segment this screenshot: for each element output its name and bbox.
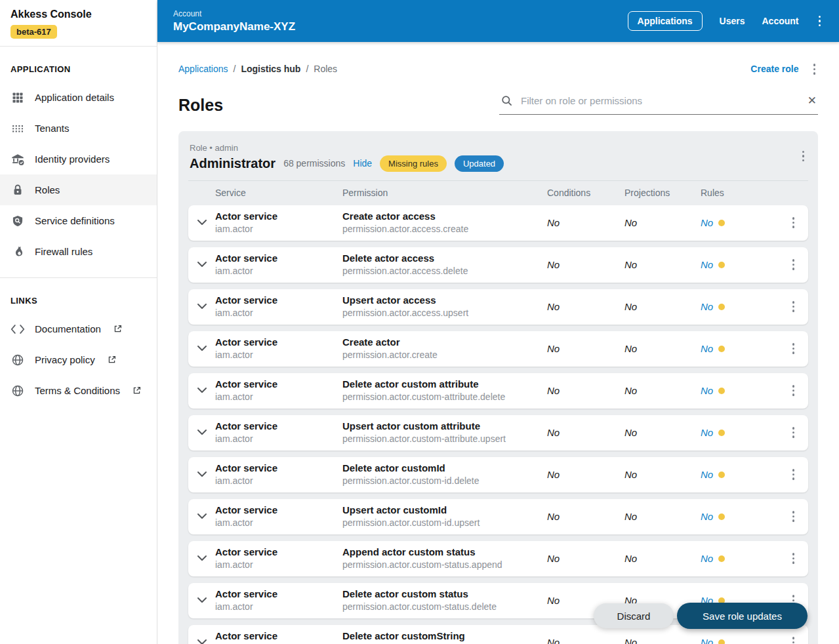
top-nav-users[interactable]: Users — [720, 16, 745, 26]
projections-value: No — [624, 427, 701, 438]
table-row: Actor service iam.actor Delete actor cus… — [188, 373, 808, 409]
row-kebab-menu[interactable] — [790, 340, 798, 357]
row-kebab-menu[interactable] — [790, 382, 798, 399]
rules-cell: No — [701, 427, 779, 438]
top-bar: Account MyCompanyName-XYZ Applications U… — [157, 0, 839, 42]
projections-value: No — [624, 343, 701, 354]
sidebar-link-terms-conditions[interactable]: Terms & Conditions — [0, 375, 157, 406]
sidebar-item-label: Identity providers — [35, 153, 110, 165]
account-block: Account MyCompanyName-XYZ — [173, 9, 295, 33]
account-label: Account — [173, 9, 295, 18]
permission-cell: Append actor custom status permission.ac… — [342, 546, 547, 571]
rules-warning-dot — [718, 346, 725, 352]
permission-cell: Delete actor access permission.actor.acc… — [342, 252, 547, 277]
save-role-updates-button[interactable]: Save role updates — [677, 603, 808, 629]
sidebar-link-privacy-policy[interactable]: Privacy policy — [0, 344, 157, 375]
sidebar-item-tenants[interactable]: Tenants — [0, 113, 157, 144]
page-kebab-menu[interactable] — [811, 61, 819, 77]
row-kebab-menu[interactable] — [790, 634, 798, 644]
service-code: iam.actor — [215, 391, 342, 403]
service-name: Actor service — [215, 294, 342, 307]
sidebar-item-identity-providers[interactable]: Identity providers — [0, 144, 157, 174]
permission-code: permission.actor.access.delete — [342, 265, 547, 277]
rules-value: No — [701, 469, 713, 480]
permission-cell: Delete actor customString permission.act… — [342, 630, 547, 644]
links-section-label: LINKS — [0, 278, 157, 313]
filter-input[interactable] — [521, 95, 800, 106]
permission-rows: Actor service iam.actor Create actor acc… — [188, 205, 808, 644]
create-role-button[interactable]: Create role — [750, 64, 798, 74]
row-kebab-menu[interactable] — [790, 424, 798, 441]
chevron-down-icon[interactable] — [188, 388, 215, 393]
external-link-icon — [133, 386, 141, 395]
service-code: iam.actor — [215, 223, 342, 235]
service-code: iam.actor — [215, 601, 342, 613]
sidebar-item-roles[interactable]: Roles — [0, 174, 157, 205]
conditions-value: No — [547, 469, 624, 480]
row-kebab-menu[interactable] — [790, 508, 798, 525]
top-nav-account[interactable]: Account — [762, 16, 799, 26]
rules-cell: No — [701, 385, 779, 396]
top-nav-applications[interactable]: Applications — [628, 11, 703, 31]
sidebar-item-label: Tenants — [35, 123, 70, 134]
permission-cell: Delete actor customId permission.actor.c… — [342, 462, 547, 487]
sidebar-link-documentation[interactable]: Documentation — [0, 313, 157, 344]
permission-code: permission.actor.custom-status.append — [342, 559, 547, 571]
permissions-count: 68 permissions — [283, 158, 345, 169]
breadcrumb-roles: Roles — [314, 64, 337, 74]
row-kebab-menu[interactable] — [790, 256, 798, 273]
sidebar-link-label: Documentation — [35, 323, 101, 334]
permission-code: permission.actor.custom-attribute.upsert — [342, 433, 547, 445]
sidebar-item-firewall-rules[interactable]: Firewall rules — [0, 236, 157, 267]
role-card-header: Role • admin Administrator 68 permission… — [188, 143, 808, 172]
chevron-down-icon[interactable] — [188, 513, 215, 519]
search-icon — [501, 94, 513, 107]
rules-value: No — [701, 259, 713, 270]
row-kebab-menu[interactable] — [790, 550, 798, 567]
chevron-down-icon[interactable] — [188, 555, 215, 561]
chevron-down-icon[interactable] — [188, 430, 215, 435]
top-bar-kebab-menu[interactable] — [816, 13, 824, 30]
service-cell: Actor service iam.actor — [215, 378, 342, 403]
row-kebab-menu[interactable] — [790, 214, 798, 231]
chevron-down-icon[interactable] — [188, 346, 215, 352]
conditions-value: No — [547, 511, 624, 522]
chevron-down-icon[interactable] — [188, 639, 215, 644]
app-root: Akkess Console beta-617 APPLICATION Appl… — [0, 0, 839, 644]
rules-value: No — [701, 637, 713, 644]
chevron-down-icon[interactable] — [188, 597, 215, 603]
sidebar-item-application-details[interactable]: Application details — [0, 82, 157, 113]
permission-code: permission.actor.access.create — [342, 223, 547, 235]
sidebar-item-service-definitions[interactable]: Service definitions — [0, 205, 157, 236]
role-card-kebab-menu[interactable] — [800, 148, 808, 165]
lock-icon — [10, 183, 25, 197]
rules-cell: No — [701, 217, 779, 228]
permission-code: permission.actor.custom-id.upsert — [342, 517, 547, 529]
rules-value: No — [701, 511, 713, 522]
chevron-down-icon[interactable] — [188, 304, 215, 310]
permission-name: Delete actor customId — [342, 462, 547, 475]
permission-cell: Delete actor custom attribute permission… — [342, 378, 547, 403]
service-name: Actor service — [215, 630, 342, 643]
breadcrumb-logistics-hub[interactable]: Logistics hub — [241, 64, 300, 74]
chevron-down-icon[interactable] — [188, 220, 215, 226]
rules-value: No — [701, 553, 713, 564]
chevron-down-icon[interactable] — [188, 262, 215, 268]
row-kebab-menu[interactable] — [790, 298, 798, 315]
role-name: Administrator — [190, 156, 276, 171]
clear-filter-icon[interactable]: ✕ — [808, 95, 817, 106]
discard-button[interactable]: Discard — [594, 603, 674, 628]
column-rules: Rules — [701, 188, 779, 198]
app-title: Akkess Console — [10, 9, 146, 20]
hide-toggle[interactable]: Hide — [353, 158, 372, 169]
row-kebab-menu[interactable] — [790, 466, 798, 483]
projections-value: No — [624, 469, 701, 480]
rules-cell: No — [701, 511, 779, 522]
breadcrumb-applications[interactable]: Applications — [178, 64, 228, 74]
chevron-down-icon[interactable] — [188, 472, 215, 477]
flame-icon — [10, 245, 25, 259]
conditions-value: No — [547, 637, 624, 644]
permission-code: permission.actor.create — [342, 349, 547, 361]
external-link-icon — [113, 325, 122, 333]
projections-value: No — [624, 511, 701, 522]
